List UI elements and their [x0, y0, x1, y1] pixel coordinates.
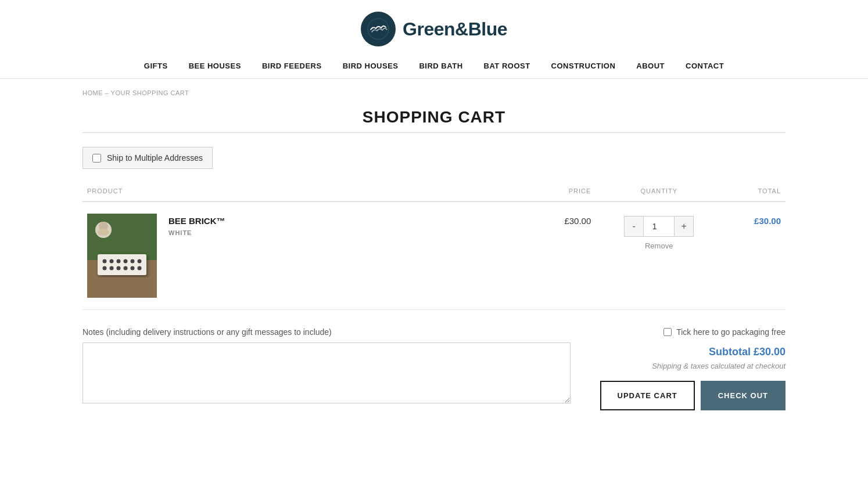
svg-point-15 — [131, 266, 135, 270]
notes-textarea[interactable] — [83, 342, 571, 403]
col-header-quantity: QUANTITY — [596, 181, 722, 202]
nav-gifts[interactable]: GIFTS — [144, 62, 168, 70]
logo[interactable]: Green&Blue — [361, 12, 507, 46]
breadcrumb-current: YOUR SHOPPING CART — [111, 89, 189, 96]
table-row: BEE BRICK™ WHITE £30.00 - + — [83, 202, 785, 310]
nav-contact[interactable]: CONTACT — [686, 62, 724, 70]
summary-section: Tick here to go packaging free Subtotal … — [594, 327, 785, 410]
price-cell: £30.00 — [469, 202, 596, 310]
product-image-svg — [87, 214, 157, 298]
svg-point-7 — [117, 259, 121, 264]
qty-decrease-button[interactable]: - — [624, 216, 644, 237]
qty-input[interactable] — [644, 216, 674, 237]
notes-label: Notes (including delivery instructions o… — [83, 327, 571, 337]
packaging-checkbox[interactable] — [663, 328, 672, 336]
divider — [83, 132, 785, 133]
main-content: Ship to Multiple Addresses PRODUCT PRICE… — [0, 147, 868, 410]
logo-icon — [361, 12, 396, 46]
qty-controls: - + — [600, 216, 718, 237]
product-variant: WHITE — [168, 229, 225, 236]
nav-bird-feeders[interactable]: BIRD FEEDERS — [262, 62, 322, 70]
bottom-section: Notes (including delivery instructions o… — [83, 327, 785, 410]
shipping-note: Shipping & taxes calculated at checkout — [594, 362, 785, 370]
product-cell: BEE BRICK™ WHITE — [83, 202, 469, 310]
update-cart-button[interactable]: UPDATE CART — [600, 381, 695, 410]
logo-svg — [366, 17, 390, 41]
ship-multiple-checkbox[interactable] — [92, 154, 101, 163]
product-image — [87, 214, 157, 298]
site-header: Green&Blue — [0, 0, 868, 52]
svg-point-13 — [117, 266, 121, 270]
main-nav: GIFTS BEE HOUSES BIRD FEEDERS BIRD HOUSE… — [0, 52, 868, 79]
packaging-check-container: Tick here to go packaging free — [594, 327, 785, 337]
nav-bee-houses[interactable]: BEE HOUSES — [189, 62, 241, 70]
svg-point-19 — [98, 229, 109, 236]
cart-table-header: PRODUCT PRICE QUANTITY TOTAL — [83, 181, 785, 202]
ship-multiple-label[interactable]: Ship to Multiple Addresses — [83, 147, 213, 169]
col-header-product: PRODUCT — [83, 181, 469, 202]
ship-multiple-container: Ship to Multiple Addresses — [83, 147, 785, 169]
cart-actions: UPDATE CART CHECK OUT — [594, 381, 785, 410]
svg-point-5 — [103, 259, 107, 264]
breadcrumb-home[interactable]: HOME — [83, 89, 103, 96]
col-header-price: PRICE — [469, 181, 596, 202]
svg-point-12 — [110, 266, 114, 270]
svg-point-14 — [124, 266, 128, 270]
product-cell-inner: BEE BRICK™ WHITE — [87, 214, 465, 298]
nav-bird-bath[interactable]: BIRD BATH — [419, 62, 462, 70]
remove-link[interactable]: Remove — [600, 241, 718, 250]
product-name: BEE BRICK™ — [168, 216, 225, 226]
nav-bat-roost[interactable]: BAT ROOST — [484, 62, 530, 70]
qty-cell: - + Remove — [596, 202, 722, 310]
col-header-total: TOTAL — [722, 181, 785, 202]
svg-point-10 — [138, 259, 142, 264]
nav-about[interactable]: ABOUT — [636, 62, 665, 70]
cart-table: PRODUCT PRICE QUANTITY TOTAL — [83, 181, 785, 310]
svg-rect-3 — [87, 214, 157, 260]
price-value: £30.00 — [474, 214, 591, 226]
svg-rect-4 — [98, 254, 146, 275]
svg-point-6 — [110, 259, 114, 264]
breadcrumb: HOME – YOUR SHOPPING CART — [0, 79, 868, 101]
svg-point-16 — [138, 266, 142, 270]
total-value: £30.00 — [727, 214, 781, 226]
product-info: BEE BRICK™ WHITE — [168, 214, 225, 236]
svg-point-9 — [131, 259, 135, 264]
subtotal: Subtotal £30.00 — [594, 346, 785, 358]
page-title: SHOPPING CART — [0, 101, 868, 132]
nav-bird-houses[interactable]: BIRD HOUSES — [343, 62, 399, 70]
cart-table-body: BEE BRICK™ WHITE £30.00 - + — [83, 202, 785, 310]
svg-point-11 — [103, 266, 107, 270]
breadcrumb-separator: – — [105, 89, 109, 96]
total-cell: £30.00 — [722, 202, 785, 310]
qty-controls-container: - + Remove — [600, 214, 718, 250]
notes-section: Notes (including delivery instructions o… — [83, 327, 571, 406]
qty-increase-button[interactable]: + — [674, 216, 694, 237]
nav-construction[interactable]: CONSTRUCTION — [551, 62, 616, 70]
checkout-button[interactable]: CHECK OUT — [701, 381, 785, 410]
packaging-label: Tick here to go packaging free — [676, 327, 785, 337]
logo-text: Green&Blue — [403, 19, 507, 40]
ship-multiple-text: Ship to Multiple Addresses — [107, 153, 203, 163]
svg-point-8 — [124, 259, 128, 264]
